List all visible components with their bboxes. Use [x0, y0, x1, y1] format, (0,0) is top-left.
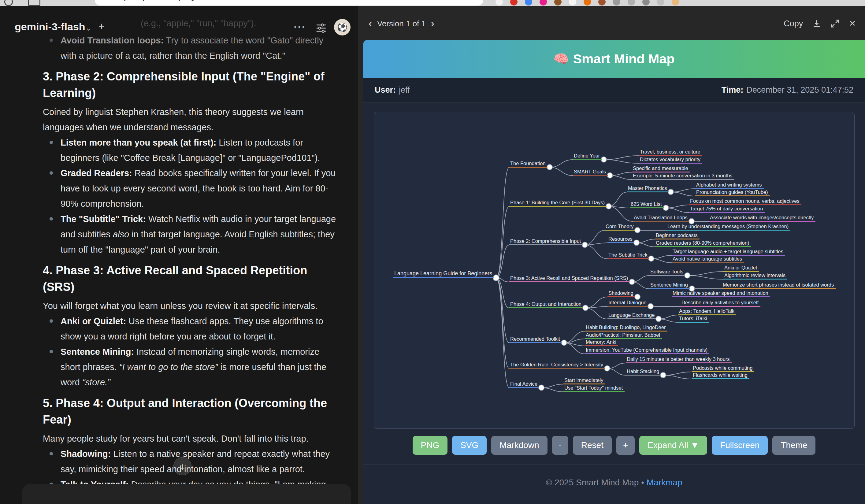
- svg-button[interactable]: SVG: [452, 436, 487, 455]
- extension-icon[interactable]: [510, 0, 518, 5]
- scroll-to-bottom-button[interactable]: ↓: [173, 457, 192, 475]
- mindmap-node[interactable]: 625 Word List: [630, 201, 664, 208]
- mindmap-node[interactable]: Memory: Anki: [585, 339, 618, 346]
- mindmap-node[interactable]: The Golden Rule: Consistency > Intensity: [509, 362, 605, 369]
- extension-icon[interactable]: [584, 0, 591, 5]
- extension-icon[interactable]: [642, 0, 650, 5]
- mindmap-node[interactable]: Tutors: iTalki: [678, 315, 709, 323]
- address-bar[interactable]: https://open-webui.yungtzedaidata.site/c…: [95, 0, 483, 5]
- mindmap-node[interactable]: Final Advice: [509, 381, 539, 388]
- mindmap-viewport[interactable]: Language Learning Guide for BeginnersThe…: [374, 112, 855, 429]
- close-icon[interactable]: ✕: [849, 19, 856, 28]
- mindmap-node[interactable]: Language Learning Guide for Beginners: [393, 270, 494, 278]
- model-selector[interactable]: gemini-3-flash: [15, 21, 85, 33]
- mindmap-node[interactable]: Master Phonetics: [627, 185, 669, 192]
- mindmap-node[interactable]: The Subtitle Trick: [608, 252, 649, 259]
- mindmap-node[interactable]: Example: 5-minute conversation in 3 mont…: [632, 173, 735, 180]
- mindmap-node[interactable]: Software Tools: [649, 269, 685, 276]
- browser-profile-icon[interactable]: [4, 0, 13, 6]
- mindmap-node[interactable]: Travel, business, or culture: [639, 149, 702, 156]
- divider: [363, 464, 865, 465]
- controls-sliders-icon[interactable]: [316, 23, 327, 35]
- mindmap-node[interactable]: The Foundation: [509, 160, 547, 167]
- mindmap-node[interactable]: Phase 1: Building the Core (First 30 Day…: [509, 199, 607, 207]
- previous-version-button[interactable]: ‹: [366, 19, 375, 28]
- mindmap-node[interactable]: Recommended Toolkit: [509, 336, 562, 343]
- extension-icon[interactable]: [540, 0, 547, 5]
- avatar[interactable]: ⚽: [334, 19, 350, 35]
- next-version-button[interactable]: ›: [428, 19, 437, 28]
- zoom-in-button[interactable]: +: [616, 436, 635, 455]
- doc-heading: 3. Phase 2: Comprehensible Input (The "E…: [43, 68, 341, 101]
- extension-icon[interactable]: [569, 0, 576, 5]
- mindmap-node[interactable]: Define Your: [573, 153, 602, 160]
- mindmap-node[interactable]: Avoid native language subtitles: [672, 256, 744, 263]
- extension-icon[interactable]: [657, 0, 664, 5]
- extension-icon[interactable]: [496, 0, 503, 5]
- mindmap-node[interactable]: Phase 2: Comprehensible Input: [509, 238, 583, 245]
- mindmap-node[interactable]: Beginner podcasts: [655, 232, 700, 239]
- mindmap-node-dot: [582, 242, 588, 248]
- chevron-down-icon[interactable]: ⌄: [85, 23, 92, 33]
- footer-separator: •: [641, 478, 644, 487]
- mindmap-node[interactable]: Daily 15 minutes is better than weekly 3…: [626, 356, 731, 363]
- copy-button[interactable]: Copy: [784, 19, 803, 28]
- mindmap-node[interactable]: Target language audio + target language …: [672, 248, 785, 256]
- mindmap-node[interactable]: Habit Stacking: [626, 368, 661, 376]
- fullscreen-expand-icon[interactable]: [830, 19, 840, 28]
- mindmap-node[interactable]: Algorithmic review intervals: [723, 272, 787, 280]
- mindmap-node[interactable]: Habit Building: Duolingo, LingoDeer: [585, 324, 667, 331]
- extension-icon[interactable]: [628, 0, 635, 5]
- mindmap-node[interactable]: Describe daily activities to yourself: [681, 300, 760, 307]
- mindmap-node[interactable]: Target 75% of daily conversation: [689, 206, 765, 213]
- mindmap-node[interactable]: Podcasts while commuting: [692, 365, 754, 372]
- extension-icon[interactable]: [672, 0, 679, 5]
- mindmap-node[interactable]: Start immediately: [563, 377, 605, 384]
- fullscreen-button[interactable]: Fullscreen: [712, 436, 768, 455]
- mindmap-node[interactable]: Graded readers (80-90% comprehension): [655, 240, 751, 247]
- markdown-button[interactable]: Markdown: [491, 436, 547, 455]
- markmap-link[interactable]: Markmap: [647, 478, 682, 487]
- mindmap-node[interactable]: Focus on most common nouns, verbs, adjec…: [689, 198, 801, 205]
- mindmap-card: 🧠 Smart Mind Map User: jeff Time: Decemb…: [363, 40, 865, 504]
- download-icon[interactable]: [812, 19, 821, 28]
- mindmap-node[interactable]: Memorize short phrases instead of isolat…: [722, 282, 835, 289]
- mindmap-node[interactable]: Resources: [608, 236, 634, 243]
- mindmap-node[interactable]: Use "Start Today" mindset: [563, 385, 625, 392]
- mindmap-node[interactable]: Avoid Translation Loops: [633, 214, 690, 222]
- extension-icon[interactable]: [525, 0, 532, 5]
- chat-input[interactable]: [22, 484, 351, 504]
- mindmap-node[interactable]: Core Theory: [605, 223, 635, 231]
- new-chat-button[interactable]: +: [99, 20, 105, 32]
- mindmap-node[interactable]: Phase 3: Active Recall and Spaced Repeti…: [509, 275, 630, 282]
- mindmap-canvas[interactable]: Language Learning Guide for BeginnersThe…: [374, 112, 854, 429]
- extension-icon[interactable]: [598, 0, 606, 5]
- mindmap-node[interactable]: Specific and measurable: [632, 165, 690, 173]
- mindmap-node[interactable]: Sentence Mining: [649, 282, 690, 289]
- more-options-icon[interactable]: ⋯: [293, 20, 306, 34]
- mindmap-node[interactable]: Language Exchange: [608, 312, 656, 319]
- zoom-out-button[interactable]: -: [552, 436, 568, 455]
- mindmap-node[interactable]: Phase 4: Output and Interaction: [509, 301, 583, 308]
- mindmap-node[interactable]: SMART Goals: [573, 168, 608, 176]
- extension-icon[interactable]: [554, 0, 562, 5]
- mindmap-node[interactable]: Audio/Practical: Pimsleur, Babbel: [585, 332, 662, 339]
- mindmap-node[interactable]: Alphabet and writing systems: [695, 181, 764, 189]
- mindmap-node[interactable]: Mimic native speaker speed and intonatio…: [672, 290, 770, 297]
- expand-all-button[interactable]: Expand All ▼: [639, 436, 707, 455]
- png-button[interactable]: PNG: [413, 436, 448, 455]
- mindmap-node[interactable]: Dictates vocabulary priority: [639, 156, 702, 164]
- tab-overview-icon[interactable]: [28, 0, 41, 6]
- mindmap-node[interactable]: Learn by understanding messages (Stephen…: [667, 223, 791, 231]
- mindmap-node[interactable]: Internal Dialogue: [608, 300, 648, 307]
- mindmap-node[interactable]: Associate words with images/concepts dir…: [709, 214, 816, 222]
- reset-button[interactable]: Reset: [573, 436, 612, 455]
- extension-icon[interactable]: [613, 0, 620, 5]
- theme-button[interactable]: Theme: [772, 436, 816, 455]
- mindmap-node[interactable]: Anki or Quizlet: [723, 265, 759, 272]
- mindmap-node[interactable]: Pronunciation guides (YouTube): [695, 189, 770, 196]
- mindmap-node[interactable]: Immersion: YouTube (Comprehensible Input…: [585, 347, 709, 354]
- mindmap-node[interactable]: Shadowing: [608, 290, 635, 297]
- mindmap-node[interactable]: Apps: Tandem, HelloTalk: [678, 308, 736, 315]
- mindmap-node[interactable]: Flashcards while waiting: [692, 372, 749, 379]
